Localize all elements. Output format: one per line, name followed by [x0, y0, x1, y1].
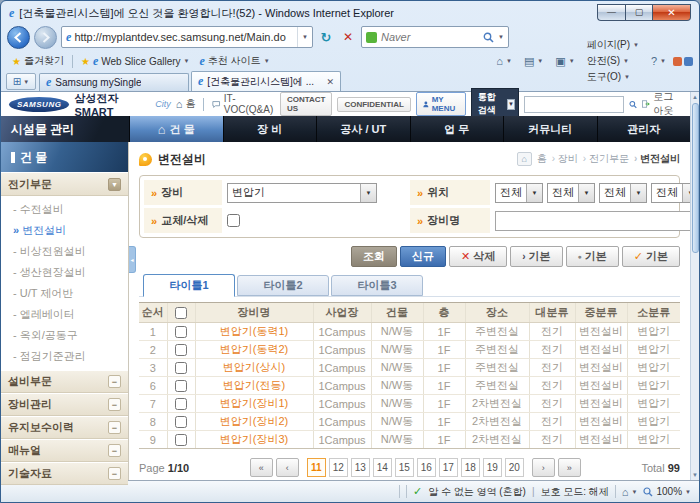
itvoc-link[interactable]: IT-VOC(Q&A) [212, 93, 274, 115]
zoom-control[interactable]: 100% ▼ [643, 486, 691, 497]
row-checkbox[interactable] [175, 344, 187, 356]
collapse-icon[interactable]: − [108, 375, 121, 388]
location-select[interactable]: 전체 ▼ [495, 183, 543, 203]
equipment-link[interactable]: 변압기(장비1) [220, 397, 288, 409]
equipment-link[interactable]: 변압기(동력2) [220, 343, 288, 355]
breadcrumb-item[interactable]: 홈 [537, 152, 547, 166]
chevron-down-icon[interactable]: ▼ [108, 178, 121, 191]
equipment-link[interactable]: 변압기(동력1) [220, 325, 288, 337]
breadcrumb-item[interactable]: 전기부문 [583, 152, 629, 166]
nav-item[interactable]: ⌂ 건 물 [129, 116, 223, 142]
page-number-button[interactable]: 16 [417, 458, 436, 477]
content-tab[interactable]: 타이틀1 [143, 274, 235, 297]
scrollbar-thumb[interactable] [692, 103, 699, 253]
page-number-button[interactable]: 12 [329, 458, 348, 477]
browser-tab[interactable]: e Samsung mySingle ✕ [39, 73, 189, 91]
equipment-select[interactable]: 변압기 ▼ [227, 183, 377, 203]
next-page-button[interactable]: › [532, 458, 555, 477]
nav-item[interactable]: ⌂ 공사 / UT [316, 116, 410, 142]
sidebar-section[interactable]: 유지보수이력 − [1, 416, 128, 439]
page-scrollbar[interactable]: ▲ ▼ [690, 92, 699, 480]
sidebar-item[interactable]: 변전설비 [1, 220, 128, 241]
confidential-button[interactable]: CONFIDENTIAL [337, 97, 411, 112]
home-link[interactable]: ⌂홈 [176, 97, 196, 111]
help-button[interactable]: ?▼ [646, 54, 671, 68]
my-menu-button[interactable]: MY MENU [416, 92, 466, 116]
back-button[interactable] [7, 26, 30, 49]
row-checkbox[interactable] [175, 326, 187, 338]
sidebar-item[interactable]: 점검기준관리 [1, 346, 128, 367]
contact-us-button[interactable]: CONTACT US [280, 92, 333, 116]
sidebar-section[interactable]: 장비관리 − [1, 393, 128, 416]
web-slice-gallery-button[interactable]: ★ e Web Slice Gallery ▼ [76, 53, 195, 70]
equipment-link[interactable]: 변압기(상시) [223, 361, 285, 373]
page-number-button[interactable]: 20 [505, 458, 524, 477]
page-number-button[interactable]: 15 [395, 458, 414, 477]
select-all-checkbox[interactable] [175, 307, 187, 319]
address-field[interactable]: e http://myplantdev.sec.samsung.net/Main… [61, 26, 313, 48]
search-button[interactable]: 조회 [351, 246, 397, 267]
feeds-button[interactable]: ▤▼ [519, 54, 548, 69]
page-mode-control[interactable]: ⌂▼ [622, 486, 638, 498]
row-checkbox[interactable] [175, 380, 187, 392]
new-button[interactable]: 신규 [400, 246, 446, 267]
sidebar-section[interactable]: 설비부문 − [1, 370, 128, 393]
content-tab[interactable]: 타이틀2 [237, 275, 329, 296]
nav-item[interactable]: ⌂ 커뮤니티 [503, 116, 597, 142]
page-number-button[interactable]: 14 [373, 458, 392, 477]
basic-dot-button[interactable]: ●기본 [566, 246, 619, 267]
page-number-button[interactable]: 17 [439, 458, 458, 477]
row-checkbox[interactable] [175, 416, 187, 428]
equipment-name-input[interactable] [495, 211, 699, 231]
addon-icon[interactable] [673, 57, 682, 66]
nav-item[interactable]: ⌂ 업 무 [410, 116, 504, 142]
title-bar[interactable]: e [건축물관리시스템]에 오신 것을 환영합니다!(52) - Windows… [1, 1, 699, 23]
quick-tabs-button[interactable]: ⊞▼ [6, 73, 36, 90]
maximize-button[interactable]: ▢ [625, 4, 653, 21]
sidebar-item[interactable]: 옥외/공동구 [1, 325, 128, 346]
print-button[interactable]: ▣▼ [550, 54, 579, 69]
home-menu-button[interactable]: ⌂▼ [491, 54, 517, 68]
browser-search-box[interactable]: Naver ▼ [361, 26, 509, 48]
nav-item[interactable]: ⌂ 관리자 [597, 116, 691, 142]
sidebar-item[interactable]: U/T 제어반 [1, 283, 128, 304]
equipment-link[interactable]: 변압기(장비2) [220, 415, 288, 427]
favorites-button[interactable]: ★ 즐겨찾기 [7, 53, 69, 69]
row-checkbox[interactable] [175, 434, 187, 446]
minimize-button[interactable]: — [597, 4, 625, 21]
basic-check-button[interactable]: ✓기본 [622, 246, 680, 267]
stop-button[interactable]: ✕ [339, 26, 357, 48]
sidebar-item[interactable]: 엘레베이터 [1, 304, 128, 325]
logout-link[interactable]: 로그아웃 [642, 90, 682, 118]
basic-arrow-button[interactable]: ›기본 [510, 246, 562, 267]
site-search-input[interactable] [524, 96, 624, 113]
collapse-icon[interactable]: − [108, 467, 121, 480]
toolbar-menu-button[interactable]: 안전(S)▼ [582, 53, 644, 69]
sidebar-section-electrical[interactable]: 전기부문 ▼ [1, 172, 128, 196]
sidebar-item[interactable]: 비상전원설비 [1, 241, 128, 262]
sidebar-item[interactable]: 생산현장설비 [1, 262, 128, 283]
content-tab[interactable]: 타이틀3 [331, 275, 423, 296]
location-select[interactable]: 전체 ▼ [547, 183, 595, 203]
equipment-link[interactable]: 변압기(전등) [223, 379, 285, 391]
first-page-button[interactable]: « [250, 458, 273, 477]
toolbar-menu-button[interactable]: 페이지(P)▼ [582, 37, 644, 53]
page-number-button[interactable]: 13 [351, 458, 370, 477]
breadcrumb-item[interactable]: 장비 [552, 152, 578, 166]
collapse-icon[interactable]: − [108, 398, 121, 411]
sidebar-collapse-handle[interactable]: ◂ [129, 246, 136, 273]
sidebar-section[interactable]: 기술자료 − [1, 462, 128, 485]
forward-button[interactable] [34, 26, 57, 49]
sidebar-section[interactable]: 매뉴얼 − [1, 439, 128, 462]
chevron-down-icon[interactable]: ▼ [297, 27, 312, 47]
addon-icon[interactable] [684, 57, 693, 66]
nav-item[interactable]: ⌂ 장 비 [223, 116, 317, 142]
equipment-link[interactable]: 변압기(장비3) [220, 433, 288, 445]
replace-delete-checkbox[interactable] [227, 214, 240, 227]
row-checkbox[interactable] [175, 362, 187, 374]
page-number-button[interactable]: 11 [307, 458, 326, 477]
protected-mode[interactable]: 보호 모드: 해제 [541, 485, 609, 499]
search-icon[interactable] [629, 99, 637, 110]
collapse-icon[interactable]: − [108, 444, 121, 457]
delete-button[interactable]: ✕삭제 [449, 246, 507, 267]
